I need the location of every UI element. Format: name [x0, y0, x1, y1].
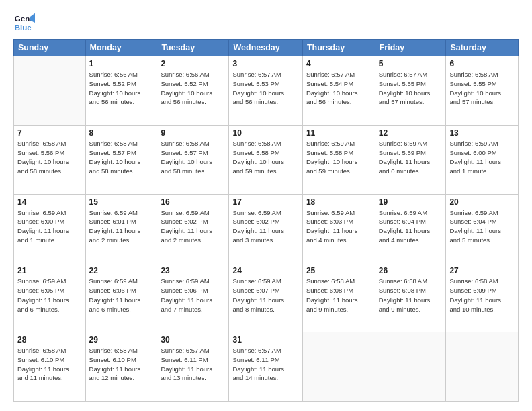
day-info: Sunrise: 6:57 AM Sunset: 5:55 PM Dayligh…: [379, 70, 443, 107]
day-cell: 24Sunrise: 6:59 AM Sunset: 6:07 PM Dayli…: [229, 263, 302, 332]
day-number: 24: [232, 266, 298, 275]
day-cell: 17Sunrise: 6:59 AM Sunset: 6:02 PM Dayli…: [229, 194, 302, 263]
day-info: Sunrise: 6:58 AM Sunset: 6:08 PM Dayligh…: [379, 277, 443, 314]
weekday-header-row: SundayMondayTuesdayWednesdayThursdayFrid…: [14, 40, 519, 56]
day-info: Sunrise: 6:58 AM Sunset: 6:09 PM Dayligh…: [449, 277, 515, 314]
day-info: Sunrise: 6:59 AM Sunset: 6:06 PM Dayligh…: [89, 277, 154, 314]
day-cell: 23Sunrise: 6:59 AM Sunset: 6:06 PM Dayli…: [157, 263, 229, 332]
day-cell: 4Sunrise: 6:57 AM Sunset: 5:54 PM Daylig…: [302, 56, 375, 126]
day-cell: 14Sunrise: 6:59 AM Sunset: 6:00 PM Dayli…: [14, 194, 86, 263]
day-cell: 15Sunrise: 6:59 AM Sunset: 6:01 PM Dayli…: [85, 194, 157, 263]
day-number: 15: [89, 197, 154, 207]
day-number: 26: [379, 266, 443, 275]
day-info: Sunrise: 6:57 AM Sunset: 5:53 PM Dayligh…: [232, 70, 298, 107]
day-number: 2: [161, 59, 225, 68]
day-number: 6: [449, 59, 515, 68]
week-row-5: 28Sunrise: 6:58 AM Sunset: 6:10 PM Dayli…: [14, 332, 519, 402]
day-number: 23: [161, 266, 225, 275]
day-info: Sunrise: 6:59 AM Sunset: 6:04 PM Dayligh…: [379, 208, 443, 245]
day-info: Sunrise: 6:56 AM Sunset: 5:52 PM Dayligh…: [161, 70, 225, 107]
day-cell: 31Sunrise: 6:57 AM Sunset: 6:11 PM Dayli…: [229, 332, 302, 402]
day-number: 30: [161, 335, 225, 345]
day-number: 18: [306, 197, 371, 207]
day-number: 14: [17, 197, 82, 207]
day-number: 25: [306, 266, 371, 275]
day-cell: 6Sunrise: 6:58 AM Sunset: 5:55 PM Daylig…: [446, 56, 519, 126]
day-cell: [302, 332, 375, 402]
day-info: Sunrise: 6:59 AM Sunset: 5:59 PM Dayligh…: [379, 139, 443, 176]
day-cell: 19Sunrise: 6:59 AM Sunset: 6:04 PM Dayli…: [375, 194, 446, 263]
day-number: 3: [232, 59, 298, 68]
weekday-header-saturday: Saturday: [446, 40, 519, 56]
day-cell: 12Sunrise: 6:59 AM Sunset: 5:59 PM Dayli…: [375, 125, 446, 194]
day-info: Sunrise: 6:58 AM Sunset: 5:56 PM Dayligh…: [17, 139, 82, 176]
weekday-header-thursday: Thursday: [302, 40, 375, 56]
logo-icon: General Blue: [13, 12, 35, 34]
day-number: 10: [232, 128, 298, 138]
weekday-header-tuesday: Tuesday: [157, 40, 229, 56]
day-number: 4: [306, 59, 371, 68]
day-number: 22: [89, 266, 154, 275]
day-cell: 25Sunrise: 6:58 AM Sunset: 6:08 PM Dayli…: [302, 263, 375, 332]
day-info: Sunrise: 6:59 AM Sunset: 6:03 PM Dayligh…: [306, 208, 371, 245]
day-info: Sunrise: 6:58 AM Sunset: 6:10 PM Dayligh…: [89, 346, 154, 383]
day-cell: 28Sunrise: 6:58 AM Sunset: 6:10 PM Dayli…: [14, 332, 86, 402]
day-number: 12: [379, 128, 443, 138]
day-info: Sunrise: 6:59 AM Sunset: 6:00 PM Dayligh…: [449, 139, 515, 176]
day-cell: 3Sunrise: 6:57 AM Sunset: 5:53 PM Daylig…: [229, 56, 302, 126]
day-info: Sunrise: 6:59 AM Sunset: 6:05 PM Dayligh…: [17, 277, 82, 314]
day-number: 27: [449, 266, 515, 275]
day-number: 31: [232, 335, 298, 345]
day-cell: 7Sunrise: 6:58 AM Sunset: 5:56 PM Daylig…: [14, 125, 86, 194]
day-info: Sunrise: 6:59 AM Sunset: 6:00 PM Dayligh…: [17, 208, 82, 245]
day-info: Sunrise: 6:59 AM Sunset: 6:04 PM Dayligh…: [449, 208, 515, 245]
day-cell: 26Sunrise: 6:58 AM Sunset: 6:08 PM Dayli…: [375, 263, 446, 332]
day-number: 7: [17, 128, 82, 138]
day-cell: 21Sunrise: 6:59 AM Sunset: 6:05 PM Dayli…: [14, 263, 86, 332]
day-cell: 5Sunrise: 6:57 AM Sunset: 5:55 PM Daylig…: [375, 56, 446, 126]
day-number: 8: [89, 128, 154, 138]
day-cell: 2Sunrise: 6:56 AM Sunset: 5:52 PM Daylig…: [157, 56, 229, 126]
day-info: Sunrise: 6:58 AM Sunset: 5:57 PM Dayligh…: [161, 139, 225, 176]
day-cell: 16Sunrise: 6:59 AM Sunset: 6:02 PM Dayli…: [157, 194, 229, 263]
calendar-table: SundayMondayTuesdayWednesdayThursdayFrid…: [13, 39, 519, 402]
week-row-1: 1Sunrise: 6:56 AM Sunset: 5:52 PM Daylig…: [14, 56, 519, 126]
day-number: 5: [379, 59, 443, 68]
day-number: 21: [17, 266, 82, 275]
day-cell: 20Sunrise: 6:59 AM Sunset: 6:04 PM Dayli…: [446, 194, 519, 263]
day-info: Sunrise: 6:58 AM Sunset: 5:57 PM Dayligh…: [89, 139, 154, 176]
day-number: 17: [232, 197, 298, 207]
day-cell: [375, 332, 446, 402]
day-cell: 1Sunrise: 6:56 AM Sunset: 5:52 PM Daylig…: [85, 56, 157, 126]
day-info: Sunrise: 6:59 AM Sunset: 6:01 PM Dayligh…: [89, 208, 154, 245]
day-cell: [14, 56, 86, 126]
weekday-header-monday: Monday: [85, 40, 157, 56]
day-info: Sunrise: 6:59 AM Sunset: 5:58 PM Dayligh…: [306, 139, 371, 176]
day-info: Sunrise: 6:59 AM Sunset: 6:02 PM Dayligh…: [232, 208, 298, 245]
week-row-3: 14Sunrise: 6:59 AM Sunset: 6:00 PM Dayli…: [14, 194, 519, 263]
day-info: Sunrise: 6:58 AM Sunset: 6:10 PM Dayligh…: [17, 346, 82, 383]
day-cell: 27Sunrise: 6:58 AM Sunset: 6:09 PM Dayli…: [446, 263, 519, 332]
day-number: 11: [306, 128, 371, 138]
day-info: Sunrise: 6:57 AM Sunset: 6:11 PM Dayligh…: [232, 346, 298, 383]
day-number: 29: [89, 335, 154, 345]
day-info: Sunrise: 6:58 AM Sunset: 6:08 PM Dayligh…: [306, 277, 371, 314]
day-number: 13: [449, 128, 515, 138]
day-number: 20: [449, 197, 515, 207]
day-cell: 11Sunrise: 6:59 AM Sunset: 5:58 PM Dayli…: [302, 125, 375, 194]
week-row-2: 7Sunrise: 6:58 AM Sunset: 5:56 PM Daylig…: [14, 125, 519, 194]
day-number: 28: [17, 335, 82, 345]
day-cell: 13Sunrise: 6:59 AM Sunset: 6:00 PM Dayli…: [446, 125, 519, 194]
day-cell: 22Sunrise: 6:59 AM Sunset: 6:06 PM Dayli…: [85, 263, 157, 332]
day-info: Sunrise: 6:57 AM Sunset: 6:11 PM Dayligh…: [161, 346, 225, 383]
day-info: Sunrise: 6:58 AM Sunset: 5:55 PM Dayligh…: [449, 70, 515, 107]
day-cell: 29Sunrise: 6:58 AM Sunset: 6:10 PM Dayli…: [85, 332, 157, 402]
day-cell: 9Sunrise: 6:58 AM Sunset: 5:57 PM Daylig…: [157, 125, 229, 194]
day-info: Sunrise: 6:59 AM Sunset: 6:07 PM Dayligh…: [232, 277, 298, 314]
day-info: Sunrise: 6:56 AM Sunset: 5:52 PM Dayligh…: [89, 70, 154, 107]
calendar: SundayMondayTuesdayWednesdayThursdayFrid…: [13, 39, 519, 402]
day-info: Sunrise: 6:59 AM Sunset: 6:02 PM Dayligh…: [161, 208, 225, 245]
day-number: 19: [379, 197, 443, 207]
day-number: 16: [161, 197, 225, 207]
day-info: Sunrise: 6:57 AM Sunset: 5:54 PM Dayligh…: [306, 70, 371, 107]
